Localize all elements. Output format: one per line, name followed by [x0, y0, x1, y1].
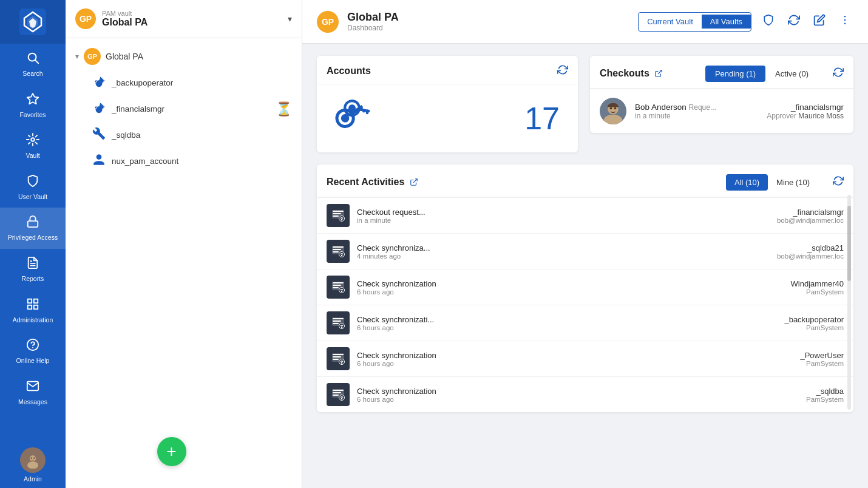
sidebar-item-favorites[interactable]: Favorites [0, 85, 66, 126]
tree-item-backupoperator-label: _backupoperator [112, 78, 292, 87]
checkouts-card-header: Checkouts Pending (1) Active (0) [590, 56, 853, 89]
activity-account-1: _sqldba21 [777, 243, 844, 252]
tree-item-financialsmgr[interactable]: _financialsmgr ⏳ [66, 96, 302, 122]
edit-header-btn[interactable] [811, 12, 828, 32]
sidebar-item-reports[interactable]: Reports [0, 249, 66, 290]
wrench-icon [92, 127, 106, 143]
sidebar-item-reports-label: Reports [22, 275, 44, 283]
tree-item-nux-pam-account[interactable]: nux_pam_account [66, 148, 302, 174]
top-row: Accounts [317, 56, 853, 152]
messages-icon [26, 379, 39, 396]
activity-title-3: Check synchronizati... [357, 315, 777, 324]
refresh-header-btn[interactable] [785, 12, 802, 32]
activity-item-2: Check synchronization 6 hours ago Windja… [317, 269, 853, 305]
svg-point-36 [610, 107, 612, 110]
scrollbar-thumb[interactable] [847, 206, 851, 281]
active-tab[interactable]: Active (0) [765, 66, 818, 82]
activity-title-2: Check synchronization [357, 279, 784, 288]
sidebar-item-privileged-access-label: Privileged Access [8, 234, 58, 242]
checkout-user-info: Bob Anderson Reque... in a minute [635, 103, 758, 120]
svg-point-42 [341, 219, 342, 220]
svg-rect-8 [28, 299, 32, 302]
sidebar-item-messages-label: Messages [18, 398, 47, 406]
checkout-time: in a minute [635, 112, 758, 120]
all-activities-tab[interactable]: All (10) [726, 174, 768, 191]
svg-rect-9 [34, 299, 38, 302]
tree-item-nux-pam-label: nux_pam_account [112, 157, 292, 166]
activity-info-5: Check synchronization 6 hours ago [357, 387, 799, 403]
tree-item-financialsmgr-label: _financialsmgr [112, 104, 270, 114]
pending-tab[interactable]: Pending (1) [705, 66, 765, 82]
activity-info-4: Check synchronization 6 hours ago [357, 351, 793, 367]
keys-icon [335, 97, 376, 140]
vault-name-label: Global PA [102, 17, 282, 28]
privileged-access-icon [26, 215, 39, 231]
sidebar-item-favorites-label: Favorites [19, 111, 46, 119]
checkout-account: _financialsmgr [767, 103, 844, 112]
vault-toggle: Current Vault All Vaults [638, 12, 751, 32]
sidebar-item-admin[interactable]: Admin [0, 440, 66, 488]
svg-point-20 [844, 19, 846, 21]
scrollbar-track[interactable] [847, 195, 851, 410]
sidebar-item-privileged-access[interactable]: Privileged Access [0, 208, 66, 249]
sidebar-item-vault[interactable]: Vault [0, 126, 66, 167]
activities-list: Checkout request... in a minute _financi… [317, 197, 853, 412]
accounts-body: 17 [317, 84, 578, 152]
svg-point-4 [31, 138, 35, 141]
search-icon [26, 51, 39, 67]
svg-marker-3 [27, 93, 38, 103]
all-vaults-btn[interactable]: All Vaults [702, 15, 751, 29]
tree-item-backupoperator[interactable]: _backupoperator [66, 70, 302, 96]
activities-card: Recent Activities All (10) Mine (10) [317, 164, 853, 412]
sidebar-item-user-vault-label: User Vault [18, 193, 47, 201]
add-button[interactable]: + [157, 437, 186, 466]
key-icon [92, 75, 106, 91]
checkouts-refresh-btn[interactable] [833, 67, 844, 80]
activities-refresh-btn[interactable] [833, 175, 844, 189]
activity-item-0: Checkout request... in a minute _financi… [317, 197, 853, 233]
tree-item-sqldba[interactable]: _sqldba [66, 122, 302, 148]
tree-root-avatar: GP [84, 48, 101, 65]
activity-item-3: Check synchronizati... 6 hours ago _back… [317, 305, 853, 341]
svg-point-21 [844, 23, 846, 25]
svg-rect-10 [28, 305, 32, 308]
current-vault-btn[interactable]: Current Vault [639, 15, 702, 29]
activity-right-1: _sqldba21 bob@windjammer.loc [777, 243, 844, 260]
header-actions: Current Vault All Vaults [638, 12, 853, 32]
activity-source-2: PamSystem [791, 288, 844, 296]
activity-time-4: 6 hours ago [357, 360, 793, 367]
tree-item-sqldba-label: _sqldba [112, 130, 292, 140]
activity-title-5: Check synchronization [357, 387, 799, 396]
sidebar-item-user-vault[interactable]: User Vault [0, 167, 66, 208]
activity-item-5: Check synchronization 6 hours ago _sqldb… [317, 376, 853, 412]
activity-info-2: Check synchronization 6 hours ago [357, 279, 784, 296]
more-header-btn[interactable] [836, 12, 853, 32]
activities-tabs: All (10) Mine (10) [716, 174, 828, 191]
activity-account-4: _PowerUser [800, 351, 844, 360]
activity-title-4: Check synchronization [357, 351, 793, 360]
activities-card-title: Recent Activities [327, 177, 716, 188]
activities-card-header: Recent Activities All (10) Mine (10) [317, 164, 853, 197]
sidebar-item-vault-label: Vault [25, 152, 39, 160]
svg-point-15 [30, 456, 36, 462]
activity-title-0: Checkout request... [357, 208, 770, 217]
mine-activities-tab[interactable]: Mine (10) [768, 174, 818, 191]
accounts-card-header: Accounts [317, 56, 578, 84]
sidebar-item-search[interactable]: Search [0, 44, 66, 85]
sidebar-item-messages[interactable]: Messages [0, 372, 66, 413]
main-body: Accounts [302, 44, 868, 488]
tree-root-item[interactable]: ▾ GP Global PA [66, 43, 302, 70]
shield-header-btn[interactable] [760, 12, 777, 32]
activity-time-3: 6 hours ago [357, 324, 777, 331]
sidebar-item-online-help[interactable]: Online Help [0, 331, 66, 372]
sidebar-item-administration[interactable]: Administration [0, 290, 66, 331]
svg-point-54 [341, 327, 342, 328]
vault-type-label: PAM vault [102, 10, 282, 17]
checkouts-card-title: Checkouts [600, 68, 696, 79]
vault-dropdown-icon[interactable]: ▾ [288, 14, 292, 24]
activity-right-5: _sqldba PamSystem [806, 387, 844, 403]
svg-point-19 [844, 16, 846, 18]
activity-info-3: Check synchronizati... 6 hours ago [357, 315, 777, 331]
accounts-refresh-btn[interactable] [557, 64, 568, 78]
activity-source-3: PamSystem [784, 324, 844, 331]
